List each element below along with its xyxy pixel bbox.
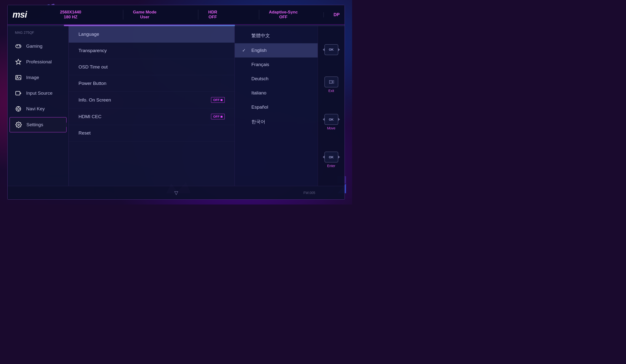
transparency-label: Transparency xyxy=(78,48,225,53)
power-button-label: Power Button xyxy=(78,81,225,86)
input-icon xyxy=(15,90,22,97)
move-button[interactable]: OK Move xyxy=(324,114,338,130)
lang-spanish[interactable]: ✓ Español xyxy=(235,100,318,114)
gamepad-icon xyxy=(15,43,22,50)
hdr-value: OFF xyxy=(209,15,217,20)
image-icon xyxy=(15,74,22,81)
msi-logo: msi xyxy=(12,9,27,20)
main-content: MAG 275QF Gaming Professional xyxy=(8,26,345,186)
lang-tc-label: 繁體中文 xyxy=(251,33,270,39)
exit-icon xyxy=(324,77,338,87)
lang-traditional-chinese[interactable]: ✓ 繁體中文 xyxy=(235,28,318,43)
move-label: Move xyxy=(327,126,335,130)
svg-marker-18 xyxy=(16,59,21,64)
adaptive-sync-label: Adaptive-Sync xyxy=(269,10,298,15)
connection-type: DP xyxy=(323,12,340,17)
game-mode-value: User xyxy=(140,15,149,20)
middle-panel: Language Transparency OSD Time out Power… xyxy=(69,26,235,186)
lang-es-label: Español xyxy=(251,104,268,110)
sidebar-item-professional[interactable]: Professional xyxy=(8,54,69,70)
language-panel: ✓ 繁體中文 ✓ English ✓ Français ✓ Deutsch ✓ … xyxy=(235,26,318,186)
resolution-stat: 2560X1440 180 HZ xyxy=(50,10,91,20)
info-on-screen-badge: OFF xyxy=(211,97,225,103)
navi-icon xyxy=(15,105,22,112)
svg-rect-21 xyxy=(16,91,20,95)
lang-en-label: English xyxy=(251,48,267,53)
enter-icon: OK xyxy=(324,152,338,162)
game-mode-stat: Game Mode User xyxy=(123,10,166,20)
sidebar-item-settings[interactable]: Settings xyxy=(9,117,67,132)
professional-label: Professional xyxy=(26,59,52,65)
progress-bar-fill xyxy=(64,25,235,26)
lang-english[interactable]: ✓ English xyxy=(235,43,318,57)
hdmi-cec-label: HDMI CEC xyxy=(78,114,206,119)
sidebar-item-input-source[interactable]: Input Source xyxy=(8,85,69,101)
image-label: Image xyxy=(26,75,39,80)
progress-bar-row xyxy=(8,25,345,26)
lang-de-label: Deutsch xyxy=(251,76,269,81)
reset-label: Reset xyxy=(78,130,225,136)
ok-icon-top: OK xyxy=(324,44,338,55)
hdr-label: HDR xyxy=(208,10,217,15)
menu-item-info-on-screen[interactable]: Info. On Screen OFF xyxy=(69,92,235,108)
game-mode-label: Game Mode xyxy=(133,10,156,15)
top-bar: msi 2560X1440 180 HZ Game Mode User HDR … xyxy=(8,5,345,25)
svg-point-23 xyxy=(17,108,20,110)
menu-item-transparency[interactable]: Transparency xyxy=(69,42,235,59)
menu-item-hdmi-cec[interactable]: HDMI CEC OFF xyxy=(69,108,235,125)
ok-button-top[interactable]: OK xyxy=(324,44,338,55)
svg-point-20 xyxy=(17,76,18,77)
sidebar-item-gaming[interactable]: Gaming xyxy=(8,39,69,54)
lang-german[interactable]: ✓ Deutsch xyxy=(235,72,318,86)
menu-item-reset[interactable]: Reset xyxy=(69,125,235,141)
firmware-version: FW.005 xyxy=(304,191,315,195)
sidebar: MAG 275QF Gaming Professional xyxy=(8,26,69,186)
controls-panel: OK Exit OK xyxy=(318,26,345,186)
svg-point-28 xyxy=(18,124,20,126)
bottom-bar: ▽ FW.005 xyxy=(8,186,345,199)
hz-value: 180 HZ xyxy=(64,15,78,20)
lang-fr-label: Français xyxy=(251,62,269,67)
move-icon: OK xyxy=(324,114,338,125)
sidebar-item-image[interactable]: Image xyxy=(8,70,69,85)
settings-label: Settings xyxy=(26,122,43,127)
lang-italian[interactable]: ✓ Italiano xyxy=(235,86,318,100)
settings-icon xyxy=(15,121,22,128)
info-on-screen-label: Info. On Screen xyxy=(78,97,206,103)
sidebar-item-navi-key[interactable]: Navi Key xyxy=(8,101,69,117)
hdr-stat: HDR OFF xyxy=(198,10,227,20)
menu-item-osd-timeout[interactable]: OSD Time out xyxy=(69,59,235,75)
star-icon xyxy=(15,58,22,65)
input-source-label: Input Source xyxy=(26,90,53,96)
enter-button[interactable]: OK Enter xyxy=(324,152,338,168)
menu-item-language[interactable]: Language xyxy=(69,26,235,42)
hdmi-cec-badge: OFF xyxy=(211,114,225,119)
lang-korean[interactable]: ✓ 한국어 xyxy=(235,114,318,129)
top-bar-stats: 2560X1440 180 HZ Game Mode User HDR OFF … xyxy=(34,10,323,20)
gaming-label: Gaming xyxy=(26,43,42,49)
device-name: MAG 275QF xyxy=(8,29,69,39)
exit-button[interactable]: Exit xyxy=(324,77,338,93)
lang-it-label: Italiano xyxy=(251,90,266,96)
menu-item-power-button[interactable]: Power Button xyxy=(69,75,235,92)
osd-timeout-label: OSD Time out xyxy=(78,64,225,70)
adaptive-sync-stat: Adaptive-Sync OFF xyxy=(259,10,308,20)
resolution-value: 2560X1440 xyxy=(60,10,81,15)
lang-ko-label: 한국어 xyxy=(251,119,265,125)
svg-rect-19 xyxy=(16,75,21,80)
navi-key-label: Navi Key xyxy=(26,106,45,112)
check-icon-en: ✓ xyxy=(242,48,247,53)
exit-label: Exit xyxy=(328,89,334,93)
osd-panel: msi 2560X1440 180 HZ Game Mode User HDR … xyxy=(7,5,345,200)
lang-french[interactable]: ✓ Français xyxy=(235,57,318,72)
down-arrow-icon: ▽ xyxy=(174,190,178,196)
svg-point-17 xyxy=(20,46,20,46)
enter-label: Enter xyxy=(327,164,335,168)
language-label: Language xyxy=(78,32,225,37)
adaptive-sync-value: OFF xyxy=(279,15,288,20)
